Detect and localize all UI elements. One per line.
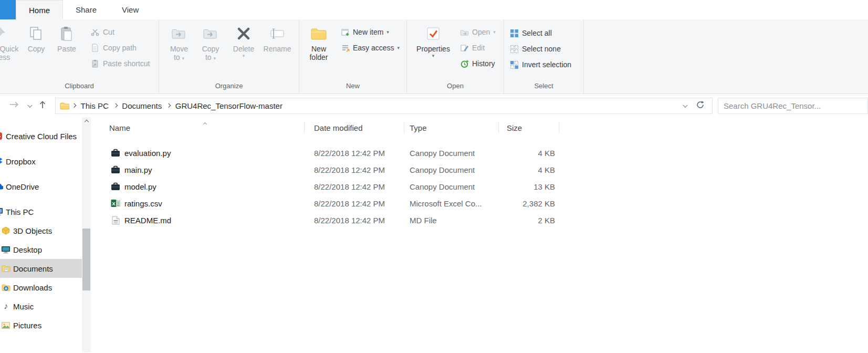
open-group-label: Open	[407, 81, 504, 94]
cut-scissors-icon	[90, 27, 100, 37]
file-type: Canopy Document	[404, 182, 499, 191]
file-type: Canopy Document	[404, 149, 499, 158]
sidebar-item-documents[interactable]: Documents	[0, 259, 82, 278]
select-all-button[interactable]: Select all	[506, 25, 574, 41]
sidebar-item-label: Dropbox	[6, 157, 36, 166]
select-none-button[interactable]: Select none	[506, 41, 574, 57]
scrollbar-thumb[interactable]	[82, 229, 90, 290]
rename-label: Rename	[264, 45, 291, 53]
copy-to-button[interactable]: Copy to ▾	[195, 22, 226, 61]
pin-to-quick-access-button[interactable]: Pin to Quick access	[0, 22, 21, 61]
recent-locations-chevron-icon[interactable]	[27, 102, 33, 108]
clipboard-group-label: Clipboard	[0, 81, 159, 94]
move-to-button[interactable]: Move to ▾	[163, 22, 195, 61]
new-group-label: New	[299, 81, 406, 94]
svg-text:X: X	[112, 201, 116, 206]
cut-label: Cut	[103, 28, 114, 36]
properties-check-icon	[426, 24, 441, 43]
cut-button[interactable]: Cut	[87, 24, 153, 40]
canopy-file-icon	[111, 165, 120, 174]
file-date-modified: 8/22/2018 12:42 PM	[305, 149, 404, 158]
column-header-type[interactable]: Type	[404, 117, 499, 138]
sidebar-item-dropbox[interactable]: Dropbox	[0, 152, 82, 171]
file-menu-button[interactable]	[0, 0, 16, 19]
chevron-down-icon: ▾	[432, 53, 435, 58]
file-explorer-window: Home Share View Pin to Quick access Copy	[0, 0, 868, 353]
sidebar-item-label: This PC	[6, 207, 34, 216]
properties-button[interactable]: Properties ▾	[411, 22, 455, 58]
column-header-date-modified[interactable]: Date modified	[305, 117, 404, 138]
new-item-button[interactable]: New item ▾	[337, 24, 403, 40]
breadcrumb-documents[interactable]: Documents	[120, 101, 164, 110]
rename-button[interactable]: Rename	[261, 22, 294, 53]
address-dropdown-chevron-icon[interactable]	[683, 102, 688, 108]
breadcrumb-separator[interactable]	[166, 103, 171, 108]
edit-pencil-icon	[459, 43, 469, 53]
dropbox-icon	[0, 157, 3, 166]
table-row[interactable]: main.py 8/22/2018 12:42 PM Canopy Docume…	[97, 161, 868, 178]
refresh-icon[interactable]	[696, 100, 705, 111]
pictures-icon	[1, 320, 11, 330]
copy-to-icon	[203, 24, 218, 43]
table-row[interactable]: model.py 8/22/2018 12:42 PM Canopy Docum…	[97, 178, 868, 195]
delete-button[interactable]: Delete ▾	[226, 22, 261, 58]
sidebar-item-downloads[interactable]: Downloads	[0, 278, 82, 297]
file-size: 4 KB	[499, 149, 559, 158]
breadcrumb-separator[interactable]	[72, 103, 76, 108]
forward-arrow-icon[interactable]	[9, 101, 19, 110]
easy-access-button[interactable]: Easy access ▾	[337, 40, 403, 56]
tab-share[interactable]: Share	[63, 0, 109, 19]
open-button[interactable]: Open ▾	[456, 24, 499, 40]
file-type: MD File	[404, 216, 499, 225]
new-folder-button[interactable]: New folder	[302, 22, 335, 61]
column-header-label: Name	[109, 123, 130, 132]
table-row[interactable]: X ratings.csv 8/22/2018 12:42 PM Microso…	[97, 195, 868, 212]
onedrive-icon	[0, 182, 3, 191]
delete-label: Delete	[233, 45, 254, 53]
table-row[interactable]: evaluation.py 8/22/2018 12:42 PM Canopy …	[97, 144, 868, 161]
up-arrow-icon[interactable]	[39, 100, 46, 111]
paste-shortcut-button[interactable]: Paste shortcut	[87, 56, 153, 71]
ribbon-group-new: New folder New item ▾ Easy acce	[299, 19, 407, 94]
breadcrumb-separator[interactable]	[113, 103, 118, 108]
sidebar-item-creative-cloud-files[interactable]: Creative Cloud Files	[0, 127, 82, 146]
easy-access-label: Easy access	[353, 44, 394, 52]
sidebar-item-pictures[interactable]: Pictures	[0, 316, 82, 335]
copy-button[interactable]: Copy	[21, 22, 51, 53]
file-type: Canopy Document	[404, 165, 499, 174]
scrollbar-up-arrow[interactable]	[82, 117, 91, 126]
paste-button[interactable]: Paste	[51, 22, 82, 53]
delete-x-icon	[236, 24, 251, 43]
ribbon-group-organize: Move to ▾ Copy to ▾ Delete ▾	[159, 19, 299, 94]
search-input[interactable]	[718, 98, 867, 113]
sidebar-item-this-pc[interactable]: This PC	[0, 202, 82, 221]
breadcrumb-this-pc[interactable]: This PC	[79, 101, 111, 110]
address-bar[interactable]: This PC Documents GRU4Rec_TensorFlow-mas…	[55, 98, 713, 114]
sidebar-item-desktop[interactable]: Desktop	[0, 240, 82, 259]
breadcrumb-current-folder[interactable]: GRU4Rec_TensorFlow-master	[173, 101, 285, 110]
edit-button[interactable]: Edit	[456, 40, 499, 56]
history-button[interactable]: History	[456, 56, 499, 71]
table-row[interactable]: README.md 8/22/2018 12:42 PM MD File 2 K…	[97, 212, 868, 229]
file-name: ratings.csv	[124, 199, 162, 208]
invert-selection-button[interactable]: Invert selection	[506, 57, 574, 72]
canopy-file-icon	[111, 182, 120, 191]
sidebar-item-music[interactable]: ♪ Music	[0, 297, 82, 316]
sidebar-scrollbar[interactable]	[82, 117, 91, 352]
paste-shortcut-label: Paste shortcut	[103, 59, 150, 68]
rename-icon	[269, 24, 285, 43]
column-header-name[interactable]: Name	[97, 117, 305, 138]
tab-view-label: View	[122, 5, 139, 14]
column-header-size[interactable]: Size	[499, 117, 559, 138]
sidebar-item-onedrive[interactable]: OneDrive	[0, 177, 82, 196]
select-all-icon	[509, 28, 519, 38]
copy-path-button[interactable]: Copy path	[87, 40, 153, 56]
chevron-down-icon: ▾	[398, 45, 400, 50]
open-folder-icon	[459, 27, 469, 37]
open-label: Open	[472, 28, 490, 36]
file-name: main.py	[124, 165, 152, 174]
sidebar-item-3d-objects[interactable]: 3D Objects	[0, 221, 82, 240]
select-group-label: Select	[504, 81, 583, 94]
tab-home[interactable]: Home	[16, 0, 63, 19]
tab-view[interactable]: View	[109, 0, 151, 19]
